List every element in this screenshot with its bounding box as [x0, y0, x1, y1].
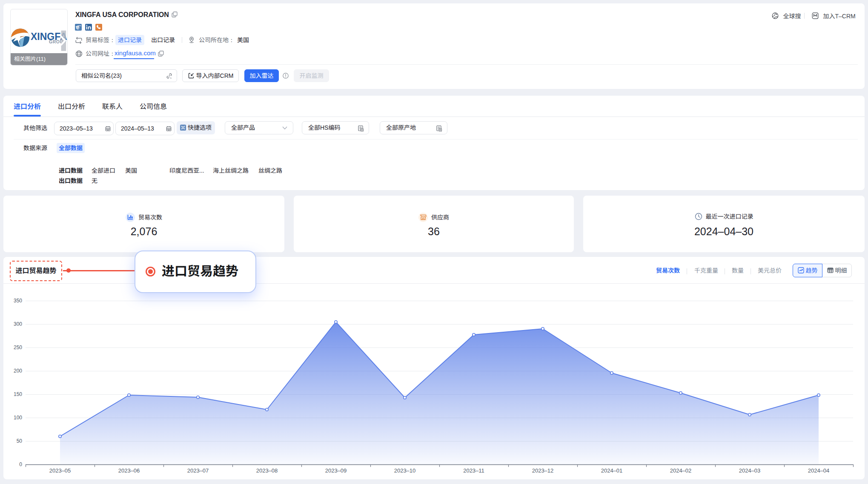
svg-text:2024–01: 2024–01 [601, 467, 623, 474]
svg-text:2023–08: 2023–08 [256, 467, 278, 474]
svg-text:250: 250 [14, 344, 22, 350]
svg-text:300: 300 [14, 321, 22, 327]
svg-text:100: 100 [14, 415, 22, 421]
svg-text:2023–10: 2023–10 [394, 467, 416, 474]
svg-text:2023–06: 2023–06 [118, 467, 140, 474]
svg-text:2024–03: 2024–03 [739, 467, 761, 474]
svg-text:2023–11: 2023–11 [463, 467, 484, 474]
svg-text:2024–04: 2024–04 [808, 467, 830, 474]
svg-text:50: 50 [17, 438, 23, 444]
svg-text:2023–07: 2023–07 [187, 467, 209, 474]
svg-text:2024–02: 2024–02 [670, 467, 692, 474]
svg-text:2023–05: 2023–05 [49, 467, 71, 474]
svg-text:350: 350 [14, 298, 22, 304]
svg-text:0: 0 [19, 461, 22, 467]
svg-text:2023–09: 2023–09 [325, 467, 347, 474]
svg-text:200: 200 [14, 368, 22, 374]
svg-text:e: e [76, 24, 80, 31]
svg-text:2023–12: 2023–12 [532, 467, 554, 474]
svg-text:150: 150 [14, 391, 22, 397]
